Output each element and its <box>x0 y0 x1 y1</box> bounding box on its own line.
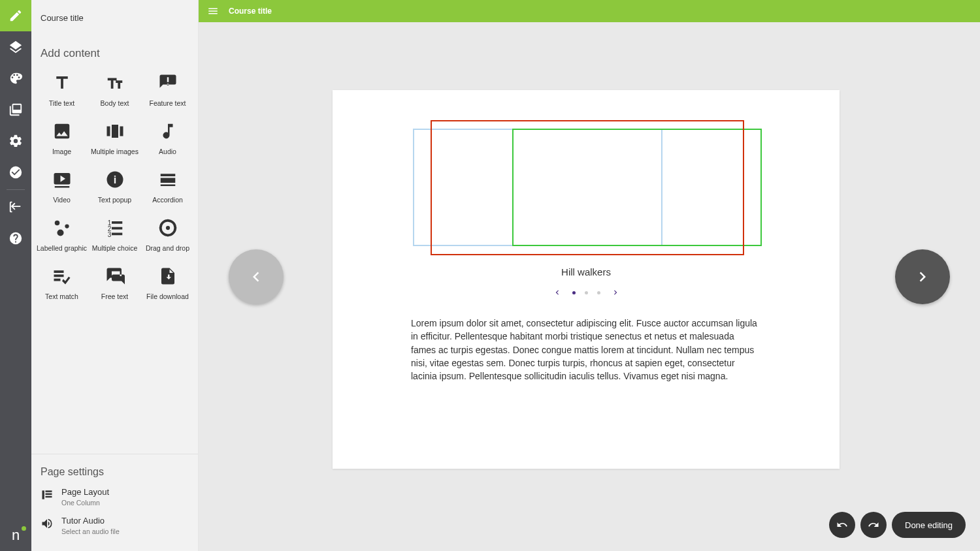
content-item-body-text[interactable]: Body text <box>88 72 141 107</box>
content-item-label: Image <box>52 148 71 155</box>
topbar-menu-button[interactable] <box>206 5 220 18</box>
content-item-audio[interactable]: Audio <box>141 120 194 155</box>
svg-rect-3 <box>160 178 175 183</box>
content-item-label: Title text <box>49 99 74 107</box>
rail-edit[interactable] <box>0 0 31 31</box>
tutor-audio-value: Select an audio file <box>61 527 120 535</box>
drag-and-drop-icon <box>158 218 178 238</box>
content-item-video[interactable]: Video <box>35 168 88 204</box>
rail-exit[interactable] <box>0 191 31 223</box>
page-next-button[interactable] <box>895 249 950 304</box>
hamburger-icon <box>207 5 219 17</box>
svg-rect-13 <box>112 233 122 236</box>
content-item-free-text[interactable]: Free text <box>88 265 141 300</box>
image-placeholder-area[interactable] <box>411 106 761 243</box>
chevron-left-icon <box>246 267 266 287</box>
layers-icon <box>8 40 23 54</box>
add-content-heading: Add content <box>31 35 198 65</box>
page-prev-button[interactable] <box>229 249 284 304</box>
content-item-feature-text[interactable]: Feature text <box>141 72 194 107</box>
pager-dot-2[interactable] <box>585 291 588 294</box>
pencil-icon <box>8 8 23 23</box>
speaker-icon <box>41 517 54 530</box>
chevron-right-icon <box>913 267 932 287</box>
content-item-file-download[interactable]: File download <box>141 265 194 300</box>
text-popup-icon: i <box>105 170 125 189</box>
image-caption: Hill walkers <box>411 266 761 277</box>
undo-button[interactable] <box>829 512 855 538</box>
rail-settings[interactable] <box>0 125 31 157</box>
multiple-choice-icon: 123 <box>105 218 125 238</box>
content-item-label: File download <box>146 292 189 300</box>
left-nav-rail: n <box>0 0 31 551</box>
content-item-label: Labelled graphic <box>37 244 87 252</box>
svg-text:i: i <box>113 174 116 185</box>
palette-icon <box>8 71 23 86</box>
content-item-image[interactable]: Image <box>35 120 88 155</box>
placeholder-box-red <box>431 120 744 255</box>
svg-rect-4 <box>160 185 175 187</box>
content-item-text-popup[interactable]: i Text popup <box>88 168 141 204</box>
content-item-drag-and-drop[interactable]: Drag and drop <box>141 217 194 252</box>
carousel-pager <box>411 287 761 298</box>
svg-rect-22 <box>46 496 52 498</box>
undo-icon <box>836 519 848 531</box>
svg-rect-16 <box>54 270 63 273</box>
rail-library[interactable] <box>0 94 31 125</box>
content-item-label: Multiple choice <box>92 244 137 252</box>
redo-button[interactable] <box>860 512 887 538</box>
book-icon <box>8 102 23 117</box>
content-item-label: Drag and drop <box>146 244 189 252</box>
pager-prev[interactable] <box>551 287 563 298</box>
chevron-right-icon <box>611 288 620 297</box>
svg-point-5 <box>54 221 59 226</box>
pager-next[interactable] <box>610 287 621 298</box>
svg-rect-19 <box>42 490 44 499</box>
gear-icon <box>8 134 23 148</box>
footer-controls: Done editing <box>829 512 966 538</box>
pager-dot-3[interactable] <box>597 291 600 294</box>
pager-dot-1[interactable] <box>572 291 576 294</box>
exit-icon <box>8 200 23 214</box>
image-icon <box>52 121 72 141</box>
page-settings-heading: Page settings <box>41 466 189 478</box>
app-logo: n <box>0 520 31 551</box>
content-item-text-match[interactable]: Text match <box>35 265 88 300</box>
svg-point-6 <box>65 224 69 228</box>
rail-check[interactable] <box>0 157 31 188</box>
content-item-multiple-images[interactable]: Multiple images <box>88 120 141 155</box>
svg-rect-9 <box>112 221 122 224</box>
canvas-area: Hill walkers Lorem ipsum dolor sit amet,… <box>199 22 980 551</box>
content-item-multiple-choice[interactable]: 123 Multiple choice <box>88 217 141 252</box>
rail-help[interactable] <box>0 223 31 254</box>
content-item-label: Video <box>53 196 71 204</box>
content-item-label: Text popup <box>98 196 131 204</box>
rail-layers[interactable] <box>0 31 31 63</box>
sidebar-panel: Course title Add content Title text Body… <box>31 0 199 551</box>
content-grid: Title text Body text Feature text Image … <box>31 65 198 300</box>
page-layout-value: One Column <box>61 499 109 507</box>
feature-text-icon <box>158 73 178 93</box>
layout-icon <box>41 488 54 501</box>
chevron-left-icon <box>553 288 562 297</box>
check-circle-icon <box>8 165 23 180</box>
svg-rect-20 <box>46 490 52 492</box>
content-item-label: Text match <box>45 292 78 300</box>
content-item-labelled-graphic[interactable]: Labelled graphic <box>35 217 88 252</box>
svg-point-7 <box>57 230 63 236</box>
done-editing-button[interactable]: Done editing <box>892 512 966 538</box>
rail-theme[interactable] <box>0 63 31 94</box>
content-item-label: Body text <box>101 99 129 107</box>
content-item-title-text[interactable]: Title text <box>35 72 88 107</box>
topbar-title: Course title <box>229 7 272 16</box>
page-settings-section: Page settings Page Layout One Column Tut… <box>31 454 198 551</box>
page-layout-setting[interactable]: Page Layout One Column <box>41 487 189 507</box>
content-card: Hill walkers Lorem ipsum dolor sit amet,… <box>333 90 840 469</box>
audio-icon <box>158 121 178 141</box>
svg-rect-2 <box>160 174 175 176</box>
content-item-accordion[interactable]: Accordion <box>141 168 194 204</box>
sidebar-course-title: Course title <box>31 0 198 35</box>
body-text-block: Lorem ipsum dolor sit amet, consectetur … <box>411 317 761 383</box>
accordion-icon <box>158 170 178 189</box>
tutor-audio-setting[interactable]: Tutor Audio Select an audio file <box>41 516 189 535</box>
